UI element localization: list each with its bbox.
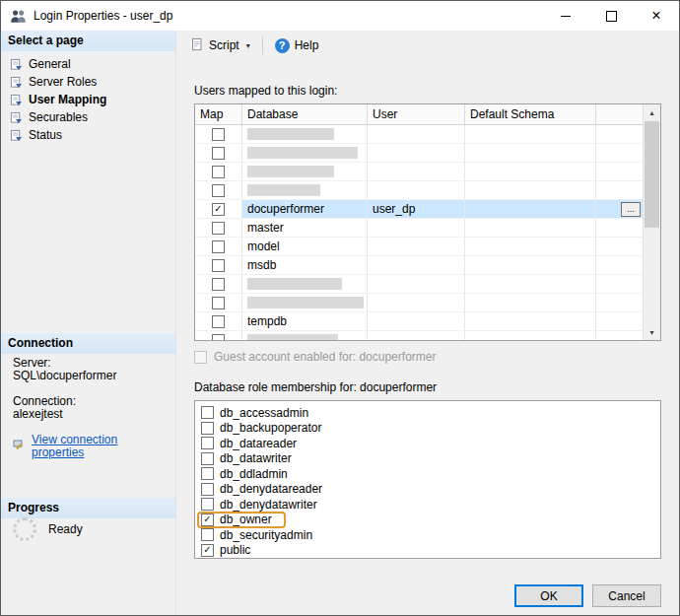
scroll-thumb[interactable] [645, 121, 659, 228]
page-icon [10, 129, 23, 142]
page-icon [10, 111, 23, 124]
maximize-button[interactable] [588, 1, 634, 31]
user-cell [368, 125, 465, 143]
maximize-icon [606, 11, 617, 22]
table-row[interactable] [195, 294, 644, 312]
role-item-db_securityadmin[interactable]: db_securityadmin [201, 527, 660, 543]
table-row[interactable]: model [195, 238, 644, 256]
role-checkbox[interactable] [201, 452, 214, 465]
table-row[interactable] [195, 125, 644, 144]
role-checkbox[interactable] [201, 483, 214, 496]
toolbar-separator [262, 36, 263, 54]
role-item-db_datawriter[interactable]: db_datawriter [201, 451, 660, 467]
role-checkbox[interactable] [201, 467, 214, 480]
table-row[interactable] [195, 181, 644, 200]
redacted-text [247, 184, 320, 196]
browse-schema-button[interactable]: ... [621, 202, 641, 217]
sidebar-item-user-mapping[interactable]: User Mapping [5, 91, 175, 108]
progress-status: Ready [48, 522, 83, 536]
map-checkbox[interactable] [212, 240, 225, 253]
cancel-button[interactable]: Cancel [592, 584, 661, 607]
map-cell [195, 219, 242, 237]
scroll-up-button[interactable]: ▲ [644, 104, 660, 120]
role-item-db_datareader[interactable]: db_datareader [201, 436, 660, 451]
role-item-db_ddladmin[interactable]: db_ddladmin [201, 466, 660, 482]
role-checkbox[interactable] [201, 422, 214, 435]
table-row[interactable] [195, 163, 644, 181]
help-button-label: Help [295, 38, 319, 52]
sidebar-item-server-roles[interactable]: Server Roles [5, 73, 175, 91]
row-filler-cell [596, 331, 644, 340]
table-row[interactable]: ✓docuperformeruser_dp... [195, 200, 644, 219]
role-checkbox[interactable] [201, 437, 214, 449]
column-header-map[interactable]: Map [195, 104, 242, 124]
role-item-db_accessadmin[interactable]: db_accessadmin [201, 405, 660, 421]
role-item-public[interactable]: ✓public [201, 543, 660, 559]
role-item-db_denydatawriter[interactable]: db_denydatawriter [201, 497, 660, 513]
role-label: db_owner [220, 513, 272, 526]
sidebar-item-status[interactable]: Status [5, 126, 175, 144]
map-checkbox[interactable] [212, 259, 225, 272]
minimize-button[interactable] [543, 1, 588, 31]
redacted-text [247, 334, 338, 340]
role-checkbox[interactable]: ✓ [201, 513, 214, 526]
sidebar-item-label: General [29, 57, 71, 71]
default-schema-cell [465, 200, 596, 218]
role-item-db_owner[interactable]: ✓db_owner [201, 513, 660, 528]
map-checkbox[interactable] [212, 128, 225, 141]
role-label: db_denydatawriter [220, 498, 317, 512]
user-cell [368, 163, 465, 180]
help-button[interactable]: ? Help [269, 35, 325, 56]
user-cell [368, 219, 465, 237]
user-cell [368, 312, 465, 330]
script-button[interactable]: Script ▾ [184, 34, 256, 57]
sidebar-item-general[interactable]: General [5, 55, 175, 73]
users-mapped-label: Users mapped to this login: [194, 84, 661, 99]
map-checkbox[interactable] [212, 297, 225, 309]
default-schema-cell [465, 163, 596, 180]
default-schema-cell [465, 219, 596, 237]
role-label: db_denydatareader [220, 482, 322, 496]
page-icon [10, 76, 23, 89]
sidebar-item-securables[interactable]: Securables [5, 108, 175, 126]
sidebar-item-label: Securables [29, 110, 88, 124]
role-item-db_denydatareader[interactable]: db_denydatareader [201, 482, 660, 498]
progress-spinner-icon [13, 517, 36, 541]
table-row[interactable]: msdb [195, 256, 644, 275]
redacted-text [247, 166, 334, 177]
table-row[interactable]: master [195, 219, 644, 238]
map-checkbox[interactable] [212, 278, 225, 291]
map-checkbox[interactable] [212, 147, 225, 160]
page-list: GeneralServer RolesUser MappingSecurable… [5, 55, 175, 144]
column-header-user[interactable]: User [368, 104, 465, 124]
map-checkbox[interactable] [212, 334, 225, 341]
sidebar-item-label: Status [29, 128, 62, 142]
script-button-label: Script [209, 38, 239, 52]
map-checkbox[interactable] [212, 166, 225, 178]
role-checkbox[interactable] [201, 528, 214, 541]
guest-account-checkbox [194, 351, 207, 364]
table-row[interactable] [195, 144, 644, 163]
map-checkbox[interactable] [212, 184, 225, 197]
column-header-default-schema[interactable]: Default Schema [465, 104, 596, 124]
table-row[interactable]: tempdb [195, 312, 644, 331]
map-checkbox[interactable] [212, 315, 225, 328]
progress-header: Progress [1, 498, 175, 518]
table-row[interactable] [195, 331, 644, 340]
view-connection-properties-link[interactable]: View connection properties [32, 434, 171, 459]
close-button[interactable]: × [634, 1, 679, 31]
map-checkbox[interactable]: ✓ [212, 203, 225, 216]
role-checkbox[interactable]: ✓ [201, 544, 214, 557]
map-cell [195, 275, 242, 293]
role-item-db_backupoperator[interactable]: db_backupoperator [201, 421, 660, 437]
role-checkbox[interactable] [201, 406, 214, 419]
redacted-text [247, 147, 358, 159]
scroll-down-button[interactable]: ▼ [644, 324, 660, 340]
role-label: public [220, 543, 250, 557]
table-scrollbar[interactable]: ▲ ▼ [643, 104, 660, 340]
column-header-database[interactable]: Database [242, 104, 368, 124]
role-checkbox[interactable] [201, 498, 214, 511]
map-checkbox[interactable] [212, 222, 225, 235]
ok-button[interactable]: OK [514, 584, 583, 607]
table-row[interactable] [195, 275, 644, 294]
